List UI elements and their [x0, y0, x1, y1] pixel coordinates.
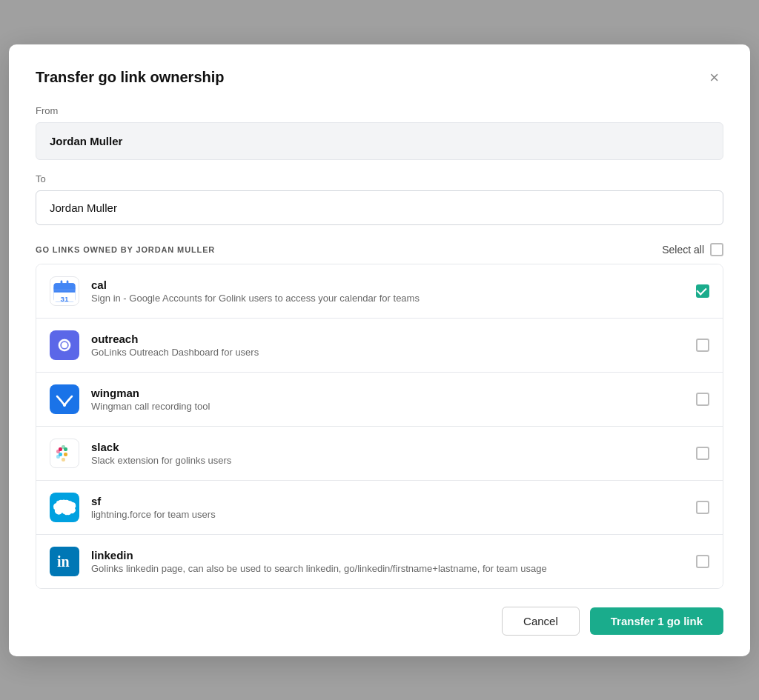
link-name: outreach — [91, 333, 684, 345]
svg-rect-17 — [56, 450, 60, 453]
link-description: GoLinks Outreach Dashboard for users — [91, 347, 684, 358]
svg-rect-16 — [64, 453, 67, 456]
select-all-group: Select all — [662, 243, 723, 256]
modal-dialog: Transfer go link ownership × From Jordan… — [9, 44, 750, 656]
modal-header: Transfer go link ownership × — [36, 68, 723, 87]
list-item: in linkedinGolinks linkedin page, can al… — [36, 535, 723, 588]
link-info: calSign in - Google Accounts for Golink … — [91, 279, 684, 304]
link-name: linkedin — [91, 549, 684, 561]
link-info: slackSlack extension for golinks users — [91, 441, 684, 466]
transfer-button[interactable]: Transfer 1 go link — [590, 607, 723, 635]
from-label: From — [36, 105, 723, 116]
link-checkbox-wingman[interactable] — [696, 393, 709, 406]
slack-icon — [50, 439, 79, 468]
links-list: 31 calSign in - Google Accounts for Goli… — [36, 264, 723, 589]
link-name: cal — [91, 279, 684, 291]
link-checkbox-outreach[interactable] — [696, 339, 709, 352]
list-item: 31 calSign in - Google Accounts for Goli… — [36, 264, 723, 319]
list-item: outreachGoLinks Outreach Dashboard for u… — [36, 319, 723, 373]
link-description: Slack extension for golinks users — [91, 455, 684, 466]
link-description: Golinks linkedin page, can also be used … — [91, 563, 684, 574]
svg-text:31: 31 — [61, 294, 69, 302]
link-description: Sign in - Google Accounts for Golink use… — [91, 293, 684, 304]
link-info: sflightning.force for team users — [91, 495, 684, 520]
svg-rect-18 — [56, 455, 60, 459]
section-title: GO LINKS OWNED BY JORDAN MULLER — [36, 245, 215, 254]
link-checkbox-cal[interactable] — [696, 284, 709, 298]
from-value: Jordan Muller — [36, 122, 723, 160]
modal-footer: Cancel Transfer 1 go link — [36, 607, 723, 636]
to-label: To — [36, 173, 723, 184]
svg-rect-20 — [62, 458, 65, 461]
modal-overlay: Transfer go link ownership × From Jordan… — [0, 0, 759, 700]
linkedin-icon: in — [50, 547, 79, 576]
select-all-checkbox[interactable] — [710, 243, 723, 256]
cancel-button[interactable]: Cancel — [502, 607, 580, 636]
link-name: sf — [91, 495, 684, 507]
outreach-icon — [50, 330, 79, 360]
link-checkbox-linkedin[interactable] — [696, 555, 709, 568]
list-item: wingmanWingman call recording tool — [36, 373, 723, 427]
section-header: GO LINKS OWNED BY JORDAN MULLER Select a… — [36, 243, 723, 256]
link-info: wingmanWingman call recording tool — [91, 387, 684, 412]
svg-point-12 — [63, 404, 66, 407]
close-button[interactable]: × — [705, 68, 723, 87]
list-item: sflightning.force for team users — [36, 481, 723, 535]
modal-title: Transfer go link ownership — [36, 69, 225, 86]
cal-icon: 31 — [50, 276, 79, 306]
sf-icon — [50, 493, 79, 522]
svg-point-10 — [62, 342, 67, 348]
to-input[interactable]: Jordan Muller — [36, 190, 723, 225]
svg-rect-5 — [54, 290, 76, 293]
select-all-label: Select all — [662, 244, 704, 256]
svg-rect-8 — [67, 280, 69, 285]
list-item: slackSlack extension for golinks users — [36, 427, 723, 481]
svg-rect-7 — [61, 280, 63, 285]
link-description: Wingman call recording tool — [91, 401, 684, 412]
link-info: outreachGoLinks Outreach Dashboard for u… — [91, 333, 684, 358]
svg-text:in: in — [57, 553, 70, 570]
link-name: wingman — [91, 387, 684, 399]
link-info: linkedinGolinks linkedin page, can also … — [91, 549, 684, 574]
wingman-icon — [50, 384, 79, 414]
link-description: lightning.force for team users — [91, 509, 684, 520]
link-checkbox-sf[interactable] — [696, 501, 709, 514]
link-checkbox-slack[interactable] — [696, 447, 709, 460]
svg-rect-19 — [62, 445, 65, 449]
link-name: slack — [91, 441, 684, 453]
